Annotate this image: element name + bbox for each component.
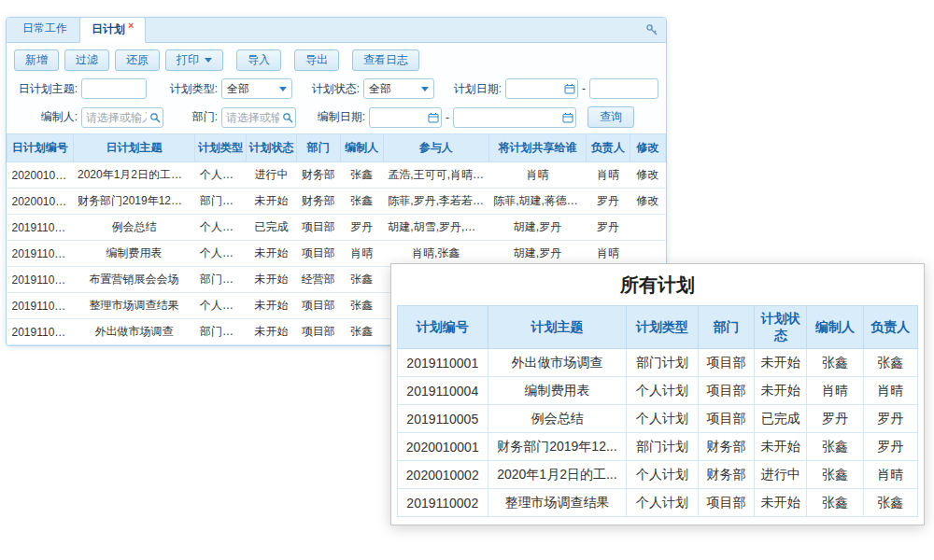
table-row[interactable]: 2019110001外出做市场调查部门计划项目部未开始张鑫张鑫 bbox=[398, 349, 918, 377]
cell: 财务部门2019年12月的... bbox=[73, 189, 195, 215]
date-range-separator: - bbox=[582, 82, 586, 95]
subject-input[interactable] bbox=[81, 78, 147, 99]
plan-status-select[interactable]: 全部 bbox=[363, 78, 434, 99]
import-button[interactable]: 导入 bbox=[236, 49, 281, 71]
key-icon[interactable] bbox=[645, 23, 658, 36]
cell: 张鑫 bbox=[807, 349, 863, 377]
cell-link[interactable]: 肖晴 bbox=[587, 162, 630, 189]
cell: 2019110005 bbox=[398, 405, 488, 433]
print-button-label: 打印 bbox=[177, 52, 199, 68]
cell: 项目部 bbox=[297, 241, 340, 267]
search-icon[interactable] bbox=[149, 112, 161, 123]
table-row[interactable]: 20200100022020年1月2日的工作日...个人计划进行中财务部张鑫孟浩… bbox=[7, 162, 666, 189]
cell: 2019110004 bbox=[398, 377, 488, 405]
restore-button-label: 还原 bbox=[126, 52, 149, 68]
toolbar: 新增 过滤 还原 打印 导入 导出 查看日志 bbox=[7, 43, 666, 75]
cell-link[interactable]: 2019110001 bbox=[7, 319, 74, 345]
cell-link[interactable]: 修改 bbox=[630, 189, 665, 215]
cell-link[interactable]: 罗丹 bbox=[587, 215, 630, 241]
column-header: 计划状态 bbox=[755, 306, 807, 349]
cell: 胡建,罗丹 bbox=[488, 215, 587, 241]
cell: 财务部门2019年12... bbox=[488, 433, 627, 461]
cell: 陈菲,胡建,蒋德帆... bbox=[488, 189, 587, 215]
column-header[interactable]: 日计划主题 bbox=[73, 134, 195, 162]
cell: 张鑫 bbox=[863, 349, 917, 377]
cell-link[interactable]: 2019110003 bbox=[7, 267, 74, 293]
all-plans-title: 所有计划 bbox=[397, 266, 918, 305]
add-button[interactable]: 新增 bbox=[14, 49, 59, 71]
cell: 未开始 bbox=[755, 377, 807, 405]
cell: 部门计划 bbox=[627, 349, 698, 377]
calendar-icon[interactable] bbox=[564, 83, 575, 94]
column-header: 编制人 bbox=[807, 306, 863, 349]
cell: 个人计划 bbox=[627, 489, 698, 517]
table-row[interactable]: 2019110005例会总结个人计划项目部已完成罗丹罗丹 bbox=[398, 405, 918, 433]
column-header[interactable]: 计划状态 bbox=[246, 134, 296, 162]
search-icon[interactable] bbox=[282, 112, 293, 123]
filter-button-label: 过滤 bbox=[76, 52, 98, 68]
cell-link[interactable]: 2019110002 bbox=[7, 293, 74, 319]
export-button-label: 导出 bbox=[305, 52, 328, 68]
column-header[interactable]: 日计划编号 bbox=[7, 134, 74, 162]
column-header[interactable]: 参与人 bbox=[383, 134, 488, 162]
column-header[interactable]: 部门 bbox=[297, 134, 340, 162]
cell: 张鑫 bbox=[340, 162, 383, 189]
plan-date-to-input[interactable] bbox=[589, 78, 658, 99]
cell-link[interactable]: 修改 bbox=[630, 162, 665, 189]
column-header[interactable]: 负责人 bbox=[587, 134, 630, 162]
tab-daily-work-label: 日常工作 bbox=[22, 21, 67, 35]
column-header[interactable]: 修改 bbox=[630, 134, 665, 162]
tab-daily-plan-label: 日计划 bbox=[92, 22, 125, 35]
cell: 财务部 bbox=[297, 162, 340, 189]
cell bbox=[630, 215, 665, 241]
cell-link[interactable]: 罗丹 bbox=[587, 189, 630, 215]
tab-daily-plan[interactable]: 日计划× bbox=[79, 17, 146, 43]
column-header[interactable]: 编制人 bbox=[340, 134, 383, 162]
query-button[interactable]: 查询 bbox=[587, 106, 634, 128]
print-button[interactable]: 打印 bbox=[165, 49, 223, 71]
plan-type-select-value: 全部 bbox=[227, 81, 249, 97]
table-row[interactable]: 2019110002整理市场调查结果个人计划项目部未开始张鑫张鑫 bbox=[398, 489, 918, 517]
cell: 罗丹 bbox=[863, 405, 917, 433]
chevron-down-icon bbox=[205, 58, 212, 63]
cell: 肖晴 bbox=[863, 461, 917, 489]
search-form-row-1: 日计划主题: 计划类型: 全部 计划状态: 全部 计划日期: bbox=[7, 75, 666, 103]
table-row[interactable]: 2020010001财务部门2019年12月的...部门计划未开始财务部张鑫陈菲… bbox=[7, 189, 666, 215]
plan-status-select-value: 全部 bbox=[369, 81, 391, 97]
table-header-row: 日计划编号日计划主题计划类型计划状态部门编制人参与人将计划共享给谁负责人修改 bbox=[7, 134, 666, 162]
cell: 财务部 bbox=[297, 189, 340, 215]
cell: 个人计划 bbox=[627, 461, 698, 489]
cell: 肖晴 bbox=[488, 162, 587, 189]
column-header[interactable]: 计划类型 bbox=[195, 134, 246, 162]
cell: 2019110002 bbox=[398, 489, 488, 517]
close-tab-icon[interactable]: × bbox=[128, 20, 134, 31]
cell: 罗丹 bbox=[807, 405, 863, 433]
column-header: 部门 bbox=[698, 306, 754, 349]
cell-link[interactable]: 2020010002 bbox=[7, 162, 74, 189]
calendar-icon[interactable] bbox=[562, 112, 573, 123]
subject-label: 日计划主题: bbox=[14, 81, 81, 97]
cell: 肖晴 bbox=[807, 377, 863, 405]
created-date-to-input[interactable] bbox=[453, 107, 576, 128]
restore-button[interactable]: 还原 bbox=[115, 49, 160, 71]
cell: 2020010002 bbox=[398, 461, 488, 489]
cell: 编制费用表 bbox=[73, 241, 195, 267]
filter-button[interactable]: 过滤 bbox=[64, 49, 109, 71]
cell: 项目部 bbox=[698, 349, 754, 377]
cell-link[interactable]: 2019110005 bbox=[7, 215, 74, 241]
cell-link[interactable]: 2020010001 bbox=[7, 189, 74, 215]
table-row[interactable]: 2019110005例会总结个人计划已完成项目部罗丹胡建,胡雪,罗丹,任晓...… bbox=[7, 215, 666, 241]
cell: 项目部 bbox=[297, 215, 340, 241]
cell-link[interactable]: 2019110004 bbox=[7, 241, 74, 267]
plan-type-select[interactable]: 全部 bbox=[221, 78, 292, 99]
tab-daily-work[interactable]: 日常工作 bbox=[10, 16, 79, 42]
view-log-button[interactable]: 查看日志 bbox=[352, 49, 419, 71]
plan-status-label: 计划状态: bbox=[305, 81, 363, 97]
calendar-icon[interactable] bbox=[428, 112, 439, 123]
table-header-row: 计划编号计划主题计划类型部门计划状态编制人负责人 bbox=[398, 306, 918, 349]
table-row[interactable]: 2020010001财务部门2019年12...部门计划财务部未开始张鑫罗丹 bbox=[398, 433, 918, 461]
table-row[interactable]: 20200100022020年1月2日的工...个人计划财务部进行中张鑫肖晴 bbox=[398, 461, 918, 489]
column-header[interactable]: 将计划共享给谁 bbox=[488, 134, 587, 162]
export-button[interactable]: 导出 bbox=[294, 49, 339, 71]
table-row[interactable]: 2019110004编制费用表个人计划项目部未开始肖晴肖晴 bbox=[398, 377, 918, 405]
